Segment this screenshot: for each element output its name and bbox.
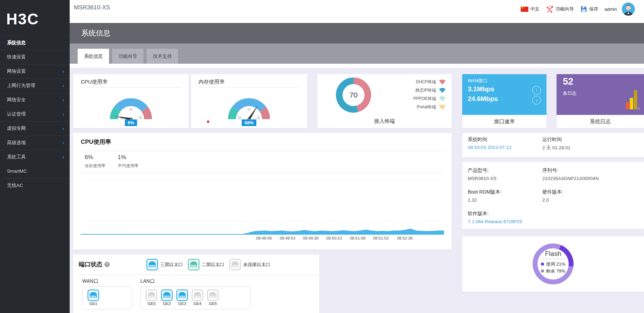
tab-bar: 系统信息 功能向导 技术支持 bbox=[70, 44, 644, 64]
download-arrow-icon: ↓ bbox=[532, 96, 541, 104]
serial-number-value: 210235A3GNP21A00004N bbox=[542, 176, 599, 181]
card-title: 内存使用率 bbox=[199, 79, 225, 85]
fan-icon bbox=[438, 87, 447, 93]
divider bbox=[80, 87, 182, 88]
wan-card[interactable]: WAN接口 3.1Mbps 24.6Mbps ↑ ↓ 接口速率 bbox=[462, 74, 546, 128]
sidebar-menu: 系统信息 快速设置 网络设置› 上网行为管理› 网络安全› 认证管理› 虚拟专网… bbox=[0, 36, 70, 193]
tab-tech-support[interactable]: 技术支持 bbox=[147, 49, 178, 64]
sidebar-item-system-info[interactable]: 系统信息 bbox=[0, 36, 70, 50]
port-ge1[interactable]: GE1 bbox=[87, 289, 100, 306]
legend-item-static-ip: 静态IP终端 bbox=[413, 86, 447, 94]
sidebar-item-vpn[interactable]: 虚拟专网› bbox=[0, 121, 70, 135]
chevron-right-icon: › bbox=[62, 107, 64, 121]
x-tick: 08:49:38 bbox=[303, 236, 319, 240]
svg-text:中: 中 bbox=[129, 108, 133, 112]
divider bbox=[78, 275, 319, 275]
topbar: MSR3610-XS ★★ 中文 功能向导 bbox=[70, 0, 644, 23]
port-ge2[interactable]: GE2 bbox=[161, 289, 173, 306]
x-tick: 08:51:53 bbox=[373, 236, 389, 240]
network-wizard-icon bbox=[546, 5, 554, 13]
cpu-area-chart bbox=[81, 175, 444, 235]
cpu-current-value: 6% bbox=[85, 154, 106, 161]
wan-tile: WAN接口 3.1Mbps 24.6Mbps ↑ ↓ bbox=[462, 74, 546, 115]
ethernet-port-icon bbox=[161, 289, 173, 301]
product-model-label: 产品型号: bbox=[468, 167, 497, 174]
page-header: 系统信息 bbox=[70, 23, 644, 44]
svg-text:高: 高 bbox=[257, 116, 261, 120]
tab-wizard[interactable]: 功能向导 bbox=[112, 49, 143, 64]
ethernet-port-icon bbox=[87, 289, 99, 301]
cpu-history-card: CPU使用率 6% 当前使用率 1% 平均使用率 08:48:08 08:48:… bbox=[73, 133, 452, 250]
user-avatar[interactable] bbox=[622, 2, 635, 16]
ethernet-port-icon bbox=[146, 289, 157, 301]
sidebar-item-auth-mgmt[interactable]: 认证管理› bbox=[0, 107, 70, 121]
port-ge5[interactable]: GE5 bbox=[207, 289, 219, 306]
product-model-value: MSR3610-XS bbox=[468, 176, 497, 181]
legend-disconnected: 未连接以太口 bbox=[229, 259, 270, 271]
save-button[interactable]: 保存 bbox=[579, 6, 600, 13]
sidebar-item-quick-setup[interactable]: 快速设置 bbox=[0, 50, 70, 64]
sidebar-item-wireless-ac[interactable]: 无线AC bbox=[0, 178, 70, 193]
china-flag-icon: ★★ bbox=[521, 7, 528, 12]
chart-title: CPU使用率 bbox=[81, 138, 111, 146]
x-tick: 08:48:08 bbox=[256, 236, 272, 240]
ethernet-port-icon bbox=[207, 289, 219, 301]
log-count: 52 bbox=[563, 76, 573, 87]
x-tick: 08:48:53 bbox=[280, 236, 295, 240]
tab-system-info[interactable]: 系统信息 bbox=[78, 49, 109, 64]
floppy-save-icon bbox=[580, 6, 587, 13]
sidebar-item-advanced[interactable]: 高级选项› bbox=[0, 135, 70, 150]
ports-legend: 三层以太口 二层以太口 未连接以太口 bbox=[146, 259, 270, 271]
system-time-label: 系统时间 bbox=[468, 136, 511, 143]
terminals-donut-chart: 70 bbox=[333, 74, 374, 116]
used-dot-icon bbox=[541, 263, 544, 266]
svg-text:中: 中 bbox=[247, 108, 251, 112]
bootrom-version-value: 1.32 bbox=[468, 197, 502, 203]
sidebar-item-system-tools[interactable]: 系统工具› bbox=[0, 150, 70, 164]
legend-item-portal: Portal终端 bbox=[413, 103, 447, 111]
bar-chart-icon bbox=[626, 90, 640, 109]
language-switch[interactable]: ★★ 中文 bbox=[519, 6, 541, 12]
card-title: CPU使用率 bbox=[81, 79, 108, 85]
chevron-right-icon: › bbox=[62, 150, 64, 164]
lan-port-box: GE0 GE2 GE3 GE4 GE5 bbox=[140, 287, 251, 310]
cpu-average-stat: 1% 平均使用率 bbox=[118, 154, 139, 169]
flash-donut-center: Flash 使用 21% 剩余 79% bbox=[534, 250, 572, 275]
port-ge0[interactable]: GE0 bbox=[145, 289, 158, 306]
legend-item-dhcp: DHCP终端 bbox=[413, 78, 447, 86]
sidebar-item-network-settings[interactable]: 网络设置› bbox=[0, 64, 70, 78]
cpu-gauge-card: CPU使用率 低 中 高 6% bbox=[73, 74, 189, 128]
port-ge4[interactable]: GE4 bbox=[191, 289, 204, 306]
wizard-button[interactable]: 功能向导 bbox=[544, 5, 575, 13]
cpu-history-plot bbox=[81, 175, 444, 235]
divider bbox=[81, 173, 444, 173]
device-info-card: 产品型号: MSR3610-XS 序列号: 210235A3GNP21A0000… bbox=[462, 162, 644, 229]
cursor-dot bbox=[207, 120, 209, 123]
wan-title: WAN接口 bbox=[468, 78, 487, 84]
terminals-legend: DHCP终端 静态IP终端 PPPOE终端 Portal终端 bbox=[413, 78, 447, 111]
chevron-right-icon: › bbox=[62, 79, 64, 93]
wan-download-rate: 24.6Mbps bbox=[468, 95, 498, 103]
x-tick: 08:52:38 bbox=[397, 236, 413, 240]
system-time-card: 系统时间 08:53:03 2023-07-12 运行时间 2 天 01:28:… bbox=[462, 133, 644, 157]
chevron-right-icon: › bbox=[62, 122, 64, 135]
sidebar-item-behavior-mgmt[interactable]: 上网行为管理› bbox=[0, 78, 70, 93]
bootrom-version-label: Boot ROM版本: bbox=[468, 189, 502, 195]
help-icon[interactable]: ? bbox=[104, 262, 110, 267]
software-version-value: 7.1.064 Release 6728P25 bbox=[468, 219, 522, 224]
port-ge3[interactable]: GE3 bbox=[176, 289, 188, 306]
ethernet-port-icon bbox=[192, 289, 203, 301]
syslog-card[interactable]: 52 条日志 系统日志 bbox=[557, 74, 644, 128]
legend-layer3: 三层以太口 bbox=[146, 259, 183, 271]
sidebar-item-smartmc[interactable]: SmartMC bbox=[0, 164, 70, 178]
sidebar: H3C 系统信息 快速设置 网络设置› 上网行为管理› 网络安全› 认证管理› … bbox=[0, 0, 70, 313]
device-title: MSR3610-XS bbox=[74, 4, 110, 11]
memory-usage-badge: 68% bbox=[242, 119, 256, 126]
hardware-version-value: 2.0 bbox=[542, 197, 563, 203]
serial-number-label: 序列号: bbox=[542, 167, 599, 174]
cpu-current-label: 当前使用率 bbox=[85, 163, 106, 169]
username[interactable]: admin bbox=[603, 7, 618, 12]
x-tick: 08:50:23 bbox=[326, 236, 342, 240]
cpu-average-value: 1% bbox=[118, 154, 139, 161]
sidebar-item-network-security[interactable]: 网络安全› bbox=[0, 93, 70, 107]
